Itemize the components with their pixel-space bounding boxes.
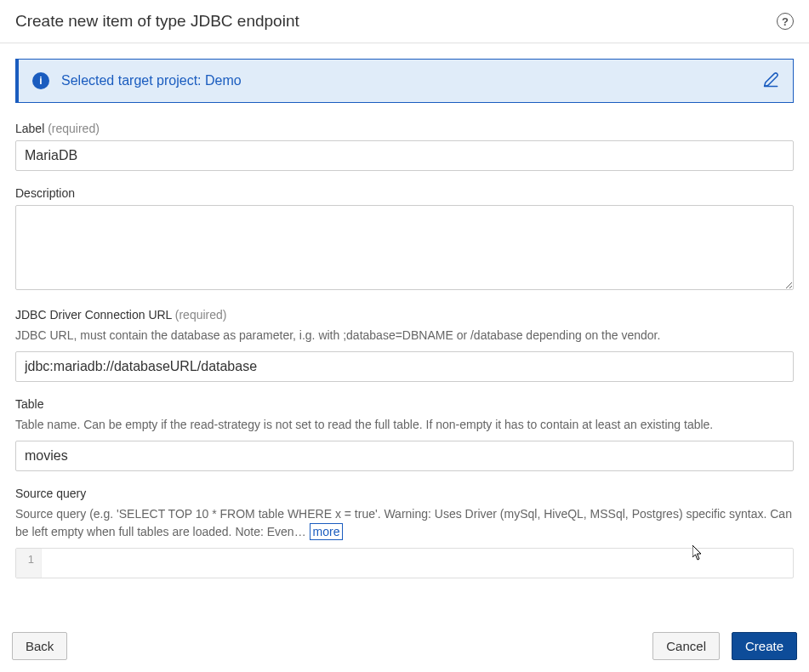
description-label: Description bbox=[15, 186, 794, 200]
editor-code-area[interactable] bbox=[42, 549, 793, 578]
source-query-group: Source query Source query (e.g. 'SELECT … bbox=[15, 487, 794, 578]
back-button[interactable]: Back bbox=[12, 632, 67, 660]
help-icon[interactable]: ? bbox=[777, 13, 794, 30]
line-number: 1 bbox=[23, 553, 34, 566]
edit-project-icon[interactable] bbox=[763, 71, 779, 90]
jdbc-url-label: JDBC Driver Connection URL (required) bbox=[15, 308, 794, 322]
dialog-footer: Back Cancel Create bbox=[0, 624, 809, 672]
table-label: Table bbox=[15, 397, 794, 411]
label-group: Label (required) bbox=[15, 122, 794, 171]
jdbc-url-input[interactable] bbox=[15, 351, 794, 382]
jdbc-url-label-text: JDBC Driver Connection URL bbox=[15, 308, 172, 322]
label-input[interactable] bbox=[15, 140, 794, 171]
dialog-content: i Selected target project: Demo Label (r… bbox=[0, 43, 809, 618]
description-group: Description bbox=[15, 186, 794, 293]
jdbc-url-help: JDBC URL, must contain the database as p… bbox=[15, 327, 794, 345]
jdbc-url-required-hint: (required) bbox=[175, 308, 227, 322]
cancel-button[interactable]: Cancel bbox=[652, 632, 720, 660]
create-button[interactable]: Create bbox=[732, 632, 797, 660]
banner-text: Selected target project: Demo bbox=[61, 73, 242, 88]
label-field-label: Label (required) bbox=[15, 122, 794, 135]
footer-right: Cancel Create bbox=[652, 632, 797, 660]
table-help: Table name. Can be empty if the read-str… bbox=[15, 416, 794, 434]
jdbc-url-group: JDBC Driver Connection URL (required) JD… bbox=[15, 308, 794, 382]
table-input[interactable] bbox=[15, 441, 794, 471]
source-query-help: Source query (e.g. 'SELECT TOP 10 * FROM… bbox=[15, 505, 794, 541]
editor-gutter: 1 bbox=[16, 549, 42, 578]
dialog-title: Create new item of type JDBC endpoint bbox=[15, 12, 299, 31]
source-query-label: Source query bbox=[15, 487, 794, 500]
dialog-header: Create new item of type JDBC endpoint ? bbox=[0, 0, 809, 43]
banner-left: i Selected target project: Demo bbox=[32, 72, 242, 89]
label-required-hint: (required) bbox=[48, 122, 100, 135]
source-query-editor[interactable]: 1 bbox=[15, 548, 794, 578]
more-link[interactable]: more bbox=[310, 523, 344, 540]
source-query-help-text: Source query (e.g. 'SELECT TOP 10 * FROM… bbox=[15, 507, 792, 538]
description-textarea[interactable] bbox=[15, 205, 794, 290]
table-group: Table Table name. Can be empty if the re… bbox=[15, 397, 794, 471]
label-text: Label bbox=[15, 122, 44, 135]
project-banner: i Selected target project: Demo bbox=[15, 59, 794, 103]
info-icon: i bbox=[32, 72, 49, 89]
